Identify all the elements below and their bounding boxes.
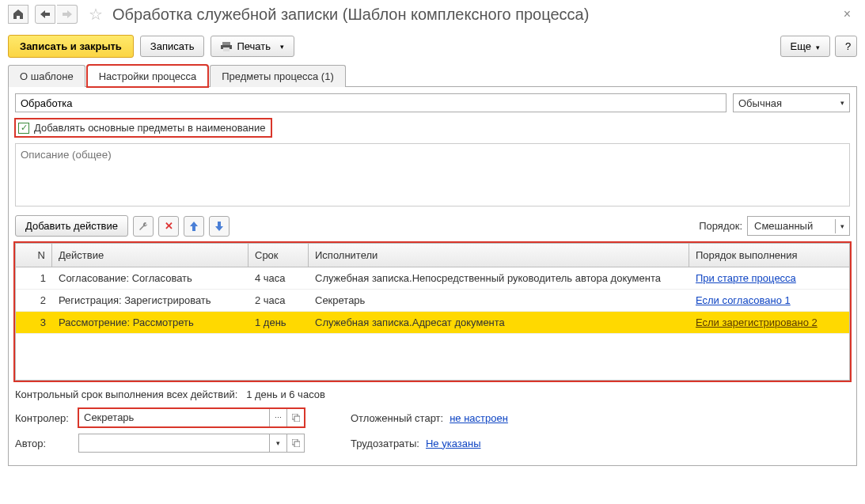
arrow-right-icon [63,10,72,18]
col-exec[interactable]: Исполнители [309,244,689,267]
settings-action-button[interactable] [133,216,154,237]
open-button[interactable] [286,434,304,452]
home-button[interactable] [8,5,28,24]
ellipsis-button[interactable]: ⋯ [269,409,286,426]
order-link[interactable]: Если зарегистрировано 2 [696,316,818,328]
chevron-down-icon: ▾ [835,219,849,233]
chevron-down-icon: ▾ [840,99,844,107]
order-label: Порядок: [699,220,742,232]
arrow-down-icon [214,222,224,231]
tab-process-settings[interactable]: Настройки процесса [87,65,209,87]
move-up-button[interactable] [184,216,204,237]
deferred-link[interactable]: не настроен [450,412,508,424]
effort-link[interactable]: Не указаны [426,438,481,449]
deferred-label: Отложенный старт: [351,412,443,424]
tab-about[interactable]: О шаблоне [8,65,85,87]
controller-label: Контролер: [15,412,72,424]
arrow-up-icon [189,222,199,231]
importance-select[interactable]: Обычная ▾ [733,93,850,112]
tab-subjects[interactable]: Предметы процесса (1) [210,65,346,87]
chevron-down-icon[interactable]: ▾ [269,434,286,452]
effort-label: Трудозатраты: [351,438,419,449]
table-row[interactable]: 3 Рассмотрение: Рассмотреть 1 день Служе… [16,312,849,334]
page-title: Обработка служебной записки (Шаблон комп… [112,6,589,24]
printer-icon [221,42,232,51]
svg-rect-0 [222,42,230,45]
wrench-icon [138,221,149,232]
order-link[interactable]: Если согласовано 1 [696,294,791,306]
open-button[interactable] [286,409,304,426]
add-subjects-checkbox[interactable]: ✓ [18,123,29,134]
table-row[interactable]: 1 Согласование: Согласовать 4 часа Служе… [16,267,849,290]
more-button[interactable]: Еще [780,36,830,57]
svg-rect-2 [223,47,230,51]
order-link[interactable]: При старте процесса [696,272,796,284]
help-button[interactable]: ? [835,36,857,57]
actions-table: N Действие Срок Исполнители Порядок выпо… [15,243,850,381]
save-button[interactable]: Записать [140,36,205,57]
add-action-button[interactable]: Добавить действие [15,215,128,237]
home-icon [13,9,24,20]
close-button[interactable]: × [837,7,857,21]
open-icon [292,414,300,422]
print-button[interactable]: Печать [211,36,294,57]
back-button[interactable] [35,5,55,24]
col-due[interactable]: Срок [248,244,309,267]
col-action[interactable]: Действие [52,244,248,267]
order-select[interactable]: Смешанный ▾ [747,216,850,236]
open-icon [292,439,300,447]
add-subjects-label: Добавлять основные предметы в наименован… [34,122,265,134]
delete-action-button[interactable]: ✕ [158,216,179,237]
description-textarea[interactable] [15,143,850,207]
col-n[interactable]: N [16,244,52,267]
arrow-left-icon [40,10,50,18]
save-close-button[interactable]: Записать и закрыть [8,35,134,58]
favorite-star-icon[interactable]: ☆ [89,5,103,24]
summary-value: 1 день и 6 часов [246,388,325,400]
summary-label: Контрольный срок выполнения всех действи… [15,388,237,400]
add-subjects-checkbox-row: ✓ Добавлять основные предметы в наименов… [15,119,271,137]
process-name-input[interactable] [15,93,727,112]
author-label: Автор: [15,438,72,449]
controller-field[interactable]: Секретарь ⋯ [78,408,305,427]
author-field[interactable]: ▾ [78,434,305,453]
move-down-button[interactable] [209,216,230,237]
forward-button[interactable] [57,5,78,24]
col-order[interactable]: Порядок выполнения [689,244,849,267]
table-row[interactable]: 2 Регистрация: Зарегистрировать 2 часа С… [16,290,849,312]
x-icon: ✕ [165,220,173,232]
